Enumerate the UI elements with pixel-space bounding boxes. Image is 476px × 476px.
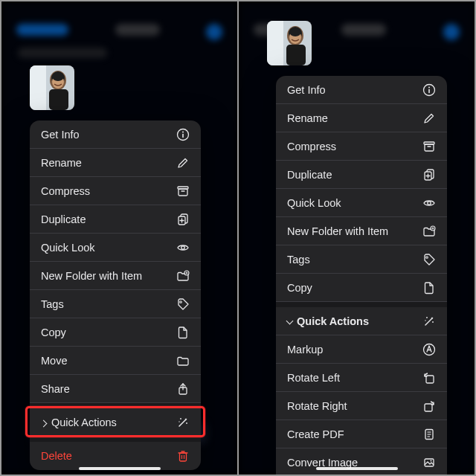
home-indicator[interactable]: [316, 467, 398, 470]
file-thumbnail[interactable]: [30, 65, 74, 110]
menu-item-quick-look[interactable]: Quick Look: [30, 234, 201, 262]
menu-separator: [30, 437, 201, 442]
menu-label: Quick Look: [41, 242, 95, 254]
menu-item-get-info[interactable]: Get Info: [30, 120, 201, 149]
share-icon: [176, 382, 190, 396]
svg-rect-41: [49, 89, 68, 110]
menu-label: Quick Actions: [41, 416, 117, 428]
context-menu: Get Info Rename Compress Duplicate Quick…: [276, 76, 447, 475]
chevron-down-icon: [286, 317, 294, 324]
menu-item-copy[interactable]: Copy: [30, 318, 201, 347]
duplicate-icon: [422, 168, 436, 181]
folder-plus-icon: [422, 225, 436, 238]
svg-rect-48: [286, 45, 306, 65]
menu-label: New Folder with Item: [287, 225, 388, 237]
menu-item-quick-actions-expanded[interactable]: Quick Actions: [276, 307, 447, 335]
trash-icon: [176, 449, 190, 463]
menu-item-new-folder[interactable]: New Folder with Item: [30, 262, 201, 290]
folder-plus-icon: [176, 269, 190, 283]
info-icon: [422, 83, 436, 97]
menu-item-duplicate[interactable]: Duplicate: [276, 161, 447, 189]
menu-label: Get Info: [287, 84, 326, 96]
menu-item-rename[interactable]: Rename: [30, 149, 201, 177]
menu-label: Rename: [287, 112, 328, 124]
chevron-right-icon: [40, 419, 48, 427]
screenshot-left: Get Info Rename Compress Duplicate Quick…: [1, 1, 238, 475]
tag-icon: [176, 298, 190, 311]
menu-item-create-pdf[interactable]: Create PDF: [276, 420, 447, 448]
eye-icon: [176, 241, 190, 254]
menu-item-markup[interactable]: Markup: [276, 335, 447, 364]
convert-icon: [422, 456, 436, 469]
menu-item-get-info[interactable]: Get Info: [276, 76, 447, 104]
menu-separator: [30, 403, 201, 408]
svg-rect-44: [267, 21, 283, 65]
svg-rect-37: [30, 65, 46, 110]
screenshot-right: Get Info Rename Compress Duplicate Quick…: [238, 1, 475, 475]
tag-icon: [422, 253, 436, 266]
duplicate-icon: [176, 213, 190, 226]
pencil-icon: [176, 156, 190, 170]
archivebox-icon: [422, 140, 436, 153]
menu-item-rotate-right[interactable]: Rotate Right: [276, 392, 447, 420]
menu-item-copy[interactable]: Copy: [276, 274, 447, 302]
menu-label: New Folder with Item: [41, 270, 142, 282]
menu-label: Quick Actions: [287, 315, 369, 327]
menu-label: Move: [41, 355, 67, 367]
menu-label: Markup: [287, 344, 323, 356]
menu-label: Tags: [41, 298, 64, 310]
menu-label: Duplicate: [41, 213, 86, 225]
svg-point-49: [289, 28, 301, 36]
menu-item-new-folder[interactable]: New Folder with Item: [276, 217, 447, 245]
archivebox-icon: [176, 184, 190, 198]
menu-item-duplicate[interactable]: Duplicate: [30, 205, 201, 234]
wand-icon: [422, 315, 436, 328]
markup-icon: [422, 343, 436, 356]
doc-icon: [422, 281, 436, 295]
menu-item-move[interactable]: Move: [30, 347, 201, 375]
menu-item-compress[interactable]: Compress: [30, 177, 201, 205]
menu-separator: [276, 302, 447, 307]
menu-label: Rename: [41, 157, 82, 169]
menu-item-share[interactable]: Share: [30, 375, 201, 403]
doc-icon: [176, 326, 190, 339]
menu-item-convert-image[interactable]: Convert Image: [276, 448, 447, 475]
menu-label: Delete: [41, 450, 72, 462]
file-thumbnail[interactable]: [267, 21, 312, 65]
home-indicator[interactable]: [79, 467, 161, 470]
menu-item-rotate-left[interactable]: Rotate Left: [276, 364, 447, 392]
svg-point-42: [52, 72, 64, 81]
menu-label: Get Info: [41, 129, 80, 141]
menu-label: Duplicate: [287, 169, 332, 181]
menu-label: Quick Look: [287, 197, 341, 209]
eye-icon: [422, 196, 436, 210]
menu-label: Rotate Right: [287, 400, 347, 412]
menu-item-compress[interactable]: Compress: [276, 132, 447, 161]
menu-label: Rotate Left: [287, 372, 340, 384]
rotate-right-icon: [422, 399, 436, 413]
menu-label: Create PDF: [287, 428, 344, 440]
menu-item-tags[interactable]: Tags: [276, 245, 447, 274]
folder-icon: [176, 354, 190, 367]
menu-item-quick-look[interactable]: Quick Look: [276, 189, 447, 217]
menu-label: Compress: [41, 185, 90, 197]
info-icon: [176, 128, 190, 141]
menu-label: Compress: [287, 141, 336, 152]
menu-label: Copy: [287, 282, 312, 294]
menu-item-delete[interactable]: Delete: [30, 442, 201, 470]
pencil-icon: [422, 112, 436, 125]
menu-label: Share: [41, 383, 70, 395]
menu-label: Copy: [41, 327, 66, 338]
menu-item-rename[interactable]: Rename: [276, 104, 447, 132]
menu-label: Tags: [287, 254, 310, 266]
menu-item-quick-actions[interactable]: Quick Actions: [30, 408, 201, 437]
rotate-left-icon: [422, 371, 436, 385]
menu-item-tags[interactable]: Tags: [30, 290, 201, 318]
pdf-icon: [422, 428, 436, 441]
wand-icon: [176, 416, 190, 429]
context-menu: Get Info Rename Compress Duplicate Quick…: [30, 120, 201, 470]
